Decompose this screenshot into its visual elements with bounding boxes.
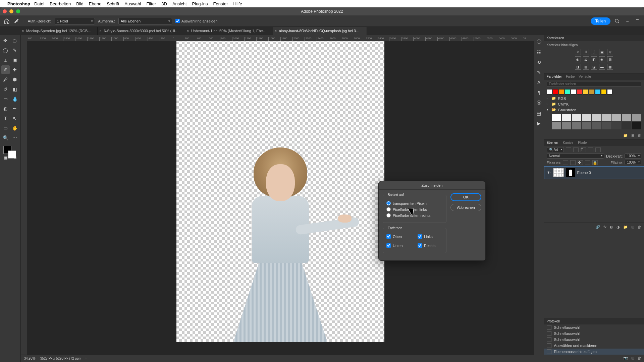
more-tools[interactable]: ⋯ [11,133,19,142]
menu-view[interactable]: Ansicht [172,1,187,6]
menu-file[interactable]: Datei [34,1,44,6]
gray-swatch[interactable] [582,114,591,121]
group-icon[interactable]: 📁 [623,225,628,229]
close-icon[interactable]: × [274,29,278,33]
vertical-ruler[interactable] [21,41,27,355]
menu-plugins[interactable]: Plug-ins [192,1,208,6]
eraser-tool[interactable]: ◧ [11,85,19,94]
swatch[interactable] [565,89,570,95]
filter-adjust-icon[interactable] [573,147,579,152]
sample-layers-select[interactable]: Alle Ebenen [118,18,172,24]
menu-filter[interactable]: Filter [146,1,156,6]
gray-swatch[interactable] [602,122,611,129]
history-brush-tool[interactable]: ↺ [1,85,10,94]
close-icon[interactable]: × [186,29,190,33]
home-icon[interactable] [3,18,10,24]
swatch-search-input[interactable] [547,81,641,87]
background-color[interactable] [8,150,16,159]
filter-shape-icon[interactable] [588,147,593,152]
tab-layers[interactable]: Ebenen [547,141,558,144]
swatch[interactable] [601,89,606,95]
marquee-tool[interactable]: ◌ [11,36,19,45]
filter-type-icon[interactable]: T [581,147,586,152]
sample-area-select[interactable]: 1 Pixel [55,18,95,24]
check-top[interactable]: Oben [386,234,412,239]
photo-filter-icon[interactable]: ◉ [599,56,605,62]
cancel-button[interactable]: Abbrechen [450,204,481,211]
layer-thumbnail[interactable] [553,168,564,177]
menu-select[interactable]: Auswahl [124,1,141,6]
workspace-icon[interactable]: ▫▫ [624,18,631,24]
window-minimize-button[interactable] [9,9,13,13]
posterize-icon[interactable]: ▤ [583,64,589,70]
layer-item-0[interactable]: 👁 Ebene 0 [544,166,644,179]
filter-pixel-icon[interactable] [566,147,571,152]
brightness-icon[interactable]: ☀ [575,49,581,55]
tab-channels[interactable]: Kanäle [563,141,573,144]
gradient-map-icon[interactable]: ▬ [599,64,605,70]
check-left[interactable]: Links [418,234,443,239]
brushes-panel-icon[interactable]: ✎ [537,70,541,75]
history-item[interactable]: Schnellauswahl [544,324,644,330]
doc-tab-4[interactable]: ×aiony-haust-8OxVecNEuCQ-unsplash.jpg be… [273,27,367,35]
doc-tab-2[interactable]: ×6-Style-Banner-3000x3000.psd bei 50% (H… [98,27,185,35]
gray-swatch[interactable] [592,122,601,129]
learn-panel-icon[interactable]: ⓘ [537,39,541,45]
lasso-tool[interactable]: ◯ [1,46,10,55]
glyphs-panel-icon[interactable]: Ⓐ [537,100,541,106]
swatch[interactable] [583,89,588,95]
menu-help[interactable]: Hilfe [233,1,242,6]
show-sampling-ring-checkbox[interactable]: Auswahlring anzeigen [175,19,218,23]
radio-transparent[interactable]: transparenten Pixeln [386,201,443,205]
blur-tool[interactable]: 💧 [11,95,19,103]
type-tool[interactable]: T [1,114,10,123]
gray-swatch[interactable] [562,122,571,129]
lock-transparency-icon[interactable] [563,160,568,165]
swatch[interactable] [559,89,564,95]
adjustment-layer-icon[interactable]: ◑ [616,225,620,229]
lock-position-icon[interactable]: ✥ [578,160,583,165]
tab-paths[interactable]: Pfade [578,141,587,144]
threshold-icon[interactable]: ◪ [591,64,597,70]
selective-color-icon[interactable]: ▦ [607,64,613,70]
healing-tool[interactable]: ✚ [11,65,19,74]
foreground-background-swatch[interactable] [1,145,19,161]
shape-tool[interactable]: ▭ [1,124,10,132]
radio-top-left[interactable]: Pixelfarbe oben links [386,207,443,212]
gray-swatch[interactable] [562,114,571,121]
check-bottom[interactable]: Unten [386,243,412,248]
fill-value[interactable]: 100% [625,160,641,165]
tab-swatches[interactable]: Farbfelder [547,75,562,78]
menu-edit[interactable]: Bearbeiten [50,1,71,6]
history-item[interactable]: Ebenenmaske hinzufügen [544,349,644,355]
layer-filter-select[interactable]: 🔍 Art [547,147,564,152]
layer-mask-thumbnail[interactable] [566,168,575,177]
visibility-icon[interactable]: 👁 [546,171,551,175]
window-zoom-button[interactable] [16,9,20,13]
swatch[interactable] [553,89,558,95]
dodge-tool[interactable]: ◐ [1,104,10,113]
delete-layer-icon[interactable]: 🗑 [638,225,641,229]
new-layer-icon[interactable]: ⊞ [631,225,634,229]
folder-icon[interactable]: 📁 [623,133,628,138]
history-item[interactable]: Auswählen und maskieren [544,343,644,349]
properties-panel-icon[interactable]: ☷ [537,50,541,55]
swatch[interactable] [607,89,612,95]
close-icon[interactable]: × [21,29,25,33]
tab-color[interactable]: Farbe [566,75,575,78]
character-panel-icon[interactable]: A [537,80,540,85]
eyedropper-tool-icon[interactable] [13,18,20,24]
mask-icon[interactable]: ◐ [610,225,613,229]
gray-swatch[interactable] [632,114,641,121]
snapshot-icon[interactable]: 📷 [623,356,628,360]
gray-swatch[interactable] [612,122,622,129]
quick-select-tool[interactable]: ✎ [11,46,19,55]
gray-swatch[interactable] [632,122,641,129]
gray-swatch[interactable] [622,114,631,121]
swatch[interactable] [595,89,600,95]
history-item[interactable]: Schnellauswahl [544,337,644,343]
channel-mixer-icon[interactable]: ⊞ [607,56,613,62]
link-icon[interactable]: 🔗 [595,225,600,229]
gray-swatch[interactable] [572,122,581,129]
crop-tool[interactable]: ⟂ [1,56,10,64]
